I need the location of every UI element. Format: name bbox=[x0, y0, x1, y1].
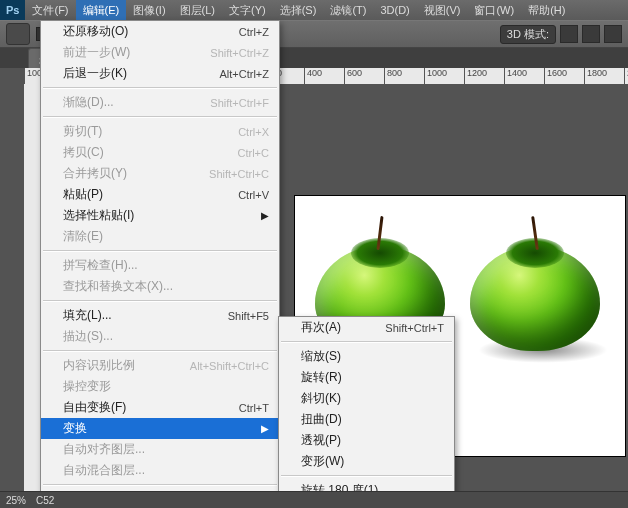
transform-menu-item[interactable]: 透视(P) bbox=[279, 430, 454, 451]
menu-filter[interactable]: 滤镜(T) bbox=[323, 0, 373, 20]
edit-menu-item-label: 粘贴(P) bbox=[63, 186, 238, 203]
edit-menu-item[interactable]: 填充(L)...Shift+F5 bbox=[41, 305, 279, 326]
transform-menu-item-label: 透视(P) bbox=[301, 432, 444, 449]
edit-menu-item: 自动混合图层... bbox=[41, 460, 279, 481]
ruler-tick: 2000 bbox=[624, 68, 628, 84]
transform-menu-item[interactable]: 扭曲(D) bbox=[279, 409, 454, 430]
ruler-tick: 1400 bbox=[504, 68, 527, 84]
edit-menu-item: 渐隐(D)...Shift+Ctrl+F bbox=[41, 92, 279, 113]
ruler-tick: 400 bbox=[304, 68, 322, 84]
ruler-vertical bbox=[24, 84, 41, 492]
menu-type[interactable]: 文字(Y) bbox=[222, 0, 273, 20]
menu-image[interactable]: 图像(I) bbox=[126, 0, 172, 20]
menu-help[interactable]: 帮助(H) bbox=[521, 0, 572, 20]
edit-menu-item-label: 填充(L)... bbox=[63, 307, 228, 324]
mode-3d-label[interactable]: 3D 模式: bbox=[500, 25, 556, 44]
edit-menu-item-label: 变换 bbox=[63, 420, 253, 437]
mode-zoom-icon[interactable] bbox=[604, 25, 622, 43]
edit-menu-item[interactable]: 后退一步(K)Alt+Ctrl+Z bbox=[41, 63, 279, 84]
edit-menu-item-label: 拼写检查(H)... bbox=[63, 257, 269, 274]
edit-menu-item: 前进一步(W)Shift+Ctrl+Z bbox=[41, 42, 279, 63]
edit-menu-item-label: 操控变形 bbox=[63, 378, 269, 395]
ruler-tick: 1800 bbox=[584, 68, 607, 84]
shortcut-label: Shift+Ctrl+Z bbox=[210, 47, 269, 59]
edit-menu-item-label: 自由变换(F) bbox=[63, 399, 239, 416]
status-zoom: 25% bbox=[6, 495, 26, 506]
status-bar: 25% C52 bbox=[0, 491, 628, 508]
shortcut-label: Ctrl+Z bbox=[239, 26, 269, 38]
edit-menu-item[interactable]: 选择性粘贴(I)▶ bbox=[41, 205, 279, 226]
apple-right bbox=[470, 226, 600, 351]
shortcut-label: Shift+Ctrl+F bbox=[210, 97, 269, 109]
menu-3d[interactable]: 3D(D) bbox=[373, 0, 416, 20]
edit-menu-item-label: 选择性粘贴(I) bbox=[63, 207, 253, 224]
transform-menu-item[interactable]: 旋转(R) bbox=[279, 367, 454, 388]
transform-submenu: 再次(A)Shift+Ctrl+T缩放(S)旋转(R)斜切(K)扭曲(D)透视(… bbox=[278, 316, 455, 508]
edit-menu-item: 清除(E) bbox=[41, 226, 279, 247]
mode-orbit-icon[interactable] bbox=[560, 25, 578, 43]
ruler-tick: 1000 bbox=[424, 68, 447, 84]
edit-menu-item: 内容识别比例Alt+Shift+Ctrl+C bbox=[41, 355, 279, 376]
edit-menu-item-label: 内容识别比例 bbox=[63, 357, 190, 374]
menu-window[interactable]: 窗口(W) bbox=[467, 0, 521, 20]
menu-select[interactable]: 选择(S) bbox=[273, 0, 324, 20]
status-ext: C52 bbox=[36, 495, 54, 506]
app-logo: Ps bbox=[0, 0, 25, 20]
menubar: Ps 文件(F) 编辑(E) 图像(I) 图层(L) 文字(Y) 选择(S) 滤… bbox=[0, 0, 628, 20]
edit-menu-item-label: 剪切(T) bbox=[63, 123, 238, 140]
ruler-tick: 800 bbox=[384, 68, 402, 84]
mode-pan-icon[interactable] bbox=[582, 25, 600, 43]
edit-menu-item-label: 还原移动(O) bbox=[63, 23, 239, 40]
shortcut-label: Shift+F5 bbox=[228, 310, 269, 322]
menu-file[interactable]: 文件(F) bbox=[25, 0, 75, 20]
shortcut-label: Shift+Ctrl+T bbox=[385, 322, 444, 334]
transform-menu-item[interactable]: 再次(A)Shift+Ctrl+T bbox=[279, 317, 454, 338]
edit-menu-item-label: 后退一步(K) bbox=[63, 65, 219, 82]
edit-menu-item[interactable]: 变换▶ bbox=[41, 418, 279, 439]
edit-menu-item[interactable]: 还原移动(O)Ctrl+Z bbox=[41, 21, 279, 42]
transform-menu-item-label: 旋转(R) bbox=[301, 369, 444, 386]
edit-menu-item-label: 拷贝(C) bbox=[63, 144, 238, 161]
edit-menu-item[interactable]: 粘贴(P)Ctrl+V bbox=[41, 184, 279, 205]
shortcut-label: Ctrl+T bbox=[239, 402, 269, 414]
transform-menu-item[interactable]: 变形(W) bbox=[279, 451, 454, 472]
transform-menu-item-label: 变形(W) bbox=[301, 453, 444, 470]
edit-menu-dropdown: 还原移动(O)Ctrl+Z前进一步(W)Shift+Ctrl+Z后退一步(K)A… bbox=[40, 20, 280, 508]
shortcut-label: Alt+Shift+Ctrl+C bbox=[190, 360, 269, 372]
shortcut-label: Alt+Ctrl+Z bbox=[219, 68, 269, 80]
edit-menu-item: 合并拷贝(Y)Shift+Ctrl+C bbox=[41, 163, 279, 184]
ruler-tick: 1200 bbox=[464, 68, 487, 84]
edit-menu-item: 查找和替换文本(X)... bbox=[41, 276, 279, 297]
ruler-tick: 1600 bbox=[544, 68, 567, 84]
edit-menu-item-label: 清除(E) bbox=[63, 228, 269, 245]
edit-menu-item-label: 渐隐(D)... bbox=[63, 94, 210, 111]
menu-view[interactable]: 视图(V) bbox=[417, 0, 468, 20]
edit-menu-item: 拼写检查(H)... bbox=[41, 255, 279, 276]
edit-menu-item-label: 自动混合图层... bbox=[63, 462, 269, 479]
edit-menu-item: 描边(S)... bbox=[41, 326, 279, 347]
edit-menu-item: 拷贝(C)Ctrl+C bbox=[41, 142, 279, 163]
transform-menu-item[interactable]: 斜切(K) bbox=[279, 388, 454, 409]
transform-menu-item-label: 缩放(S) bbox=[301, 348, 444, 365]
edit-menu-item: 操控变形 bbox=[41, 376, 279, 397]
tool-preset-picker[interactable] bbox=[6, 23, 30, 45]
transform-menu-item[interactable]: 缩放(S) bbox=[279, 346, 454, 367]
submenu-arrow-icon: ▶ bbox=[261, 423, 269, 434]
shortcut-label: Ctrl+V bbox=[238, 189, 269, 201]
shortcut-label: Shift+Ctrl+C bbox=[209, 168, 269, 180]
transform-menu-item-label: 扭曲(D) bbox=[301, 411, 444, 428]
shortcut-label: Ctrl+X bbox=[238, 126, 269, 138]
menu-layer[interactable]: 图层(L) bbox=[173, 0, 222, 20]
menu-edit[interactable]: 编辑(E) bbox=[76, 0, 127, 20]
edit-menu-item: 剪切(T)Ctrl+X bbox=[41, 121, 279, 142]
shortcut-label: Ctrl+C bbox=[238, 147, 269, 159]
edit-menu-item-label: 查找和替换文本(X)... bbox=[63, 278, 269, 295]
edit-menu-item: 自动对齐图层... bbox=[41, 439, 279, 460]
edit-menu-item-label: 合并拷贝(Y) bbox=[63, 165, 209, 182]
edit-menu-item-label: 描边(S)... bbox=[63, 328, 269, 345]
edit-menu-item[interactable]: 自由变换(F)Ctrl+T bbox=[41, 397, 279, 418]
edit-menu-item-label: 前进一步(W) bbox=[63, 44, 210, 61]
transform-menu-item-label: 再次(A) bbox=[301, 319, 385, 336]
transform-menu-item-label: 斜切(K) bbox=[301, 390, 444, 407]
ruler-tick: 600 bbox=[344, 68, 362, 84]
